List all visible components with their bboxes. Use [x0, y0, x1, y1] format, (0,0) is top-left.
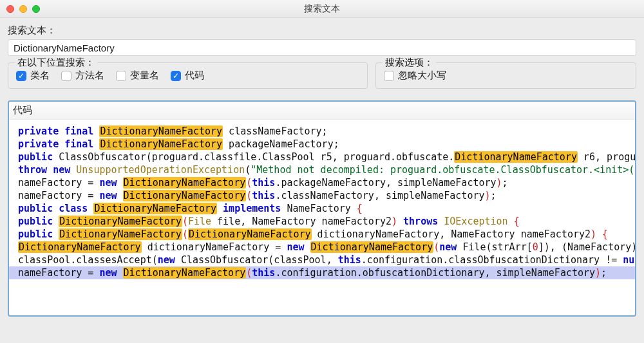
search-match: DictionaryNameFactory: [123, 190, 247, 201]
option-ignorecase-label: 忽略大小写: [398, 70, 446, 82]
location-var-label: 变量名: [130, 70, 159, 82]
result-line[interactable]: public class DictionaryNameFactory imple…: [9, 202, 635, 215]
results-panel: 代码 private final DictionaryNameFactory c…: [8, 100, 636, 317]
search-match: DictionaryNameFactory: [188, 228, 312, 240]
result-line[interactable]: public ClassObfuscator(proguard.classfil…: [9, 151, 635, 163]
option-ignorecase-checkbox[interactable]: [384, 71, 394, 81]
search-options-group: 搜索选项： 忽略大小写: [375, 62, 636, 89]
window-titlebar: 搜索文本: [0, 0, 644, 18]
result-line[interactable]: private final DictionaryNameFactory pack…: [9, 138, 635, 151]
location-method-label: 方法名: [75, 70, 104, 82]
location-class[interactable]: 类名: [16, 70, 50, 82]
search-match: DictionaryNameFactory: [59, 228, 182, 240]
search-match: DictionaryNameFactory: [99, 138, 223, 150]
location-code[interactable]: 代码: [171, 70, 204, 82]
result-line[interactable]: public DictionaryNameFactory(DictionaryN…: [9, 228, 635, 241]
result-line[interactable]: throw new UnsupportedOperationException(…: [9, 163, 635, 176]
location-class-checkbox[interactable]: [16, 71, 26, 81]
search-match: DictionaryNameFactory: [310, 241, 434, 253]
result-line[interactable]: nameFactory = new DictionaryNameFactory(…: [9, 189, 635, 202]
window-title: 搜索文本: [304, 3, 340, 15]
result-line[interactable]: public DictionaryNameFactory(File file, …: [9, 215, 635, 228]
search-match: DictionaryNameFactory: [454, 151, 578, 163]
search-match: DictionaryNameFactory: [99, 125, 223, 137]
maximize-icon[interactable]: [32, 5, 40, 13]
location-method[interactable]: 方法名: [61, 70, 104, 82]
search-match: DictionaryNameFactory: [123, 177, 247, 189]
search-input[interactable]: [8, 39, 636, 56]
location-class-label: 类名: [30, 70, 50, 82]
location-var[interactable]: 变量名: [116, 70, 159, 82]
result-line[interactable]: DictionaryNameFactory dictionaryNameFact…: [9, 241, 635, 254]
search-match: DictionaryNameFactory: [93, 203, 217, 214]
result-line[interactable]: nameFactory = new DictionaryNameFactory(…: [9, 176, 635, 189]
minimize-icon[interactable]: [19, 5, 27, 13]
location-code-checkbox[interactable]: [171, 71, 181, 81]
option-ignorecase[interactable]: 忽略大小写: [384, 70, 446, 82]
search-match: DictionaryNameFactory: [59, 216, 182, 227]
location-code-label: 代码: [185, 70, 204, 82]
search-match: DictionaryNameFactory: [123, 267, 247, 279]
options-legend: 搜索选项：: [383, 57, 436, 69]
result-line[interactable]: private final DictionaryNameFactory clas…: [9, 125, 635, 138]
search-locations-group: 在以下位置搜索： 类名方法名变量名代码: [8, 62, 368, 89]
search-match: DictionaryNameFactory: [18, 241, 142, 253]
locations-legend: 在以下位置搜索：: [15, 57, 97, 69]
result-line[interactable]: classPool.classesAccept(new ClassObfusca…: [9, 254, 635, 266]
location-var-checkbox[interactable]: [116, 71, 126, 81]
result-line[interactable]: nameFactory = new DictionaryNameFactory(…: [9, 266, 635, 279]
search-label: 搜索文本：: [8, 24, 636, 37]
close-icon[interactable]: [6, 5, 14, 13]
traffic-lights: [6, 5, 40, 13]
results-header: 代码: [9, 102, 635, 120]
code-results[interactable]: private final DictionaryNameFactory clas…: [9, 120, 635, 315]
location-method-checkbox[interactable]: [61, 71, 71, 81]
